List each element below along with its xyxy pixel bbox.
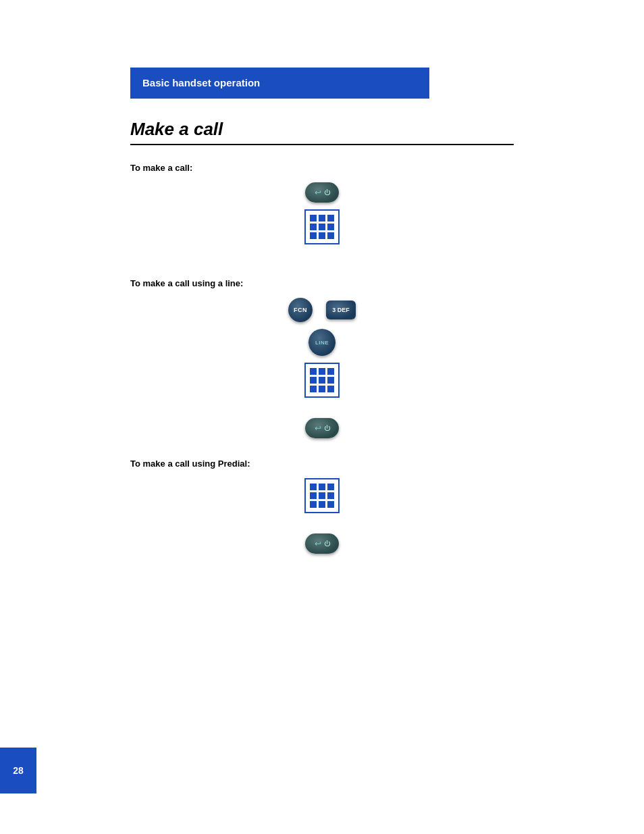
keypad-cell <box>310 215 317 221</box>
fcn-3def-row: FCN 3 DEF <box>130 298 514 322</box>
3def-label: 3 DEF <box>332 307 350 313</box>
keypad-cell <box>327 484 334 490</box>
call-icon-3: ↩ <box>315 539 321 548</box>
page-number: 28 <box>13 765 24 776</box>
keypad-cell <box>327 377 334 384</box>
fcn-button[interactable]: FCN <box>288 298 313 322</box>
keypad-cell <box>327 224 334 230</box>
keypad-cell <box>310 484 317 490</box>
keypad-cell <box>310 501 317 508</box>
power-icon-2: ⏻ <box>324 425 330 432</box>
keypad-cell <box>310 224 317 230</box>
page-number-box: 28 <box>0 748 36 793</box>
section-title: Make a call <box>130 119 514 145</box>
keypad-cell <box>319 377 325 384</box>
keypad-cell <box>319 492 325 499</box>
call-icon: ↩ <box>315 188 321 197</box>
keypad-icon <box>304 209 340 244</box>
keypad-icon-2 <box>304 363 340 398</box>
call-button-icon[interactable]: ↩ ⏻ <box>305 182 339 203</box>
make-call-predial-label: To make a call using Predial: <box>130 459 514 469</box>
call-button-icon-2[interactable]: ↩ ⏻ <box>305 418 339 438</box>
keypad-cell <box>310 232 317 239</box>
keypad-cell <box>319 368 325 375</box>
keypad-cell <box>310 386 317 392</box>
call-button-icon-3[interactable]: ↩ ⏻ <box>305 533 339 554</box>
3def-button[interactable]: 3 DEF <box>326 301 356 319</box>
keypad-cell <box>327 368 334 375</box>
power-icon: ⏻ <box>324 189 330 196</box>
keypad-cell <box>310 377 317 384</box>
power-icon-3: ⏻ <box>324 540 330 547</box>
call-button-step2: ↩ ⏻ <box>130 418 514 438</box>
make-call-block: To make a call: ↩ ⏻ <box>130 163 514 244</box>
keypad-cell <box>319 215 325 221</box>
keypad-cell <box>327 215 334 221</box>
keypad-cell <box>319 484 325 490</box>
keypad-step3 <box>130 478 514 513</box>
make-call-line-label: To make a call using a line: <box>130 278 514 288</box>
line-button[interactable]: LINE <box>308 329 336 356</box>
line-label: LINE <box>315 340 329 346</box>
keypad-cell <box>327 492 334 499</box>
keypad-cell <box>327 232 334 239</box>
keypad-cell <box>319 232 325 239</box>
line-button-step: LINE <box>130 329 514 356</box>
call-button-step3: ↩ ⏻ <box>130 533 514 554</box>
keypad-cell <box>319 501 325 508</box>
page-container: Basic handset operation Make a call To m… <box>0 0 644 615</box>
make-call-label: To make a call: <box>130 163 514 173</box>
header-banner: Basic handset operation <box>130 68 429 99</box>
header-banner-text: Basic handset operation <box>142 77 260 88</box>
keypad-icon-3 <box>304 478 340 513</box>
keypad-step2 <box>130 363 514 398</box>
keypad-step1 <box>130 209 514 244</box>
call-button-step1: ↩ ⏻ <box>130 182 514 203</box>
keypad-cell <box>310 492 317 499</box>
keypad-cell <box>327 386 334 392</box>
keypad-cell <box>319 224 325 230</box>
keypad-cell <box>310 368 317 375</box>
keypad-cell <box>327 501 334 508</box>
make-call-predial-block: To make a call using Predial: ↩ ⏻ <box>130 459 514 554</box>
make-call-line-block: To make a call using a line: FCN 3 DEF L… <box>130 278 514 438</box>
keypad-cell <box>319 386 325 392</box>
fcn-label: FCN <box>294 307 307 313</box>
call-icon-2: ↩ <box>315 423 321 433</box>
